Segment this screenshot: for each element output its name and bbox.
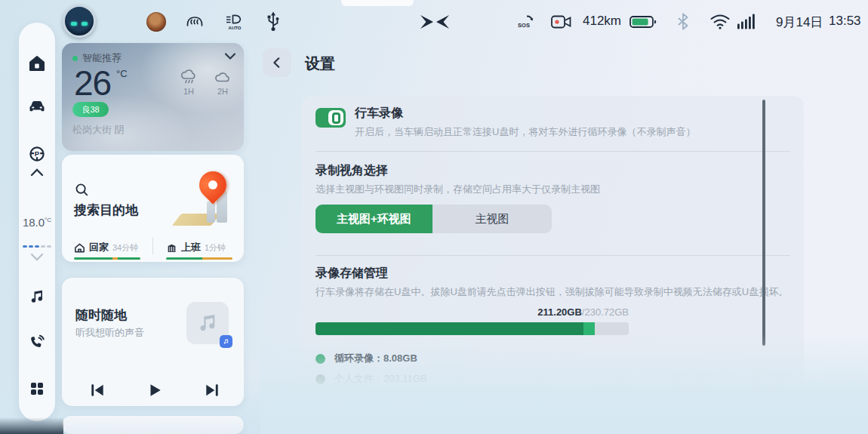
air-quality-badge: 良38	[72, 102, 109, 117]
svg-text:AUTO: AUTO	[229, 26, 242, 30]
music-subtitle: 听我想听的声音	[75, 326, 144, 340]
section-divider	[315, 255, 790, 256]
next-track-button[interactable]	[204, 382, 220, 399]
cloud-icon	[214, 69, 232, 87]
cabin-temperature[interactable]: 18.0°C	[19, 216, 55, 229]
music-app-badge	[220, 335, 232, 348]
driving-record-toggle[interactable]	[315, 108, 346, 128]
apps-grid-icon[interactable]	[28, 380, 46, 398]
view-select-title: 录制视角选择	[315, 163, 388, 179]
dock-sidebar: P 18.0°C	[19, 23, 55, 421]
camera-recording-icon[interactable]	[550, 14, 573, 30]
chevron-down-icon[interactable]	[29, 252, 45, 263]
forecast-1h: 1H	[177, 69, 200, 96]
top-handle-pill	[341, 0, 414, 6]
vehicle-icon[interactable]	[28, 97, 46, 115]
storage-usage-label: 211.20GB/230.72GB	[315, 306, 629, 318]
bluetooth-icon[interactable]	[677, 12, 689, 31]
user-avatar[interactable]	[146, 12, 166, 32]
shortcut-home[interactable]: 回家 34分钟	[74, 241, 138, 254]
section-divider	[315, 151, 790, 152]
auto-headlight-icon[interactable]: AUTO	[224, 11, 245, 31]
ai-assistant-avatar[interactable]	[63, 5, 96, 38]
usb-icon[interactable]	[264, 10, 282, 32]
previous-track-button[interactable]	[89, 382, 106, 399]
page-title: 设置	[305, 54, 335, 74]
legend-personal-files: 个人文件：203.11GB	[315, 372, 427, 386]
music-note-icon	[195, 311, 220, 335]
search-destination-label[interactable]: 搜索目的地	[74, 202, 138, 219]
settings-scrollbar[interactable]	[762, 100, 765, 346]
navigation-widget[interactable]: 搜索目的地 回家 34分钟 上班 1分钟	[62, 155, 244, 262]
music-icon[interactable]	[28, 288, 46, 306]
weather-widget[interactable]: 智能推荐 26 °C 1H 2H 良38 松岗大街 阴	[62, 43, 244, 151]
temperature-unit: °C	[116, 68, 128, 79]
chevron-up-icon[interactable]	[29, 167, 45, 177]
bottom-left-shadow	[0, 417, 63, 434]
home-icon[interactable]	[28, 54, 46, 72]
music-title: 随时随地	[75, 306, 127, 324]
option-main-plus-surround[interactable]: 主视图+环视图	[315, 205, 432, 233]
next-widget-peek[interactable]	[62, 416, 244, 434]
option-main-only[interactable]: 主视图	[432, 205, 552, 233]
work-eta-bar	[166, 257, 232, 260]
play-button[interactable]	[146, 382, 163, 399]
back-button[interactable]	[263, 48, 291, 77]
office-small-icon	[166, 242, 177, 254]
weather-location: 松岗大街 阴	[72, 123, 125, 137]
defrost-icon[interactable]	[185, 11, 205, 31]
home-small-icon	[74, 242, 85, 254]
view-segmented-control: 主视图+环视图 主视图	[315, 205, 552, 233]
legend-dot-faded	[315, 374, 325, 384]
mode-dot	[72, 56, 78, 61]
fan-speed-indicator[interactable]	[23, 245, 51, 248]
legend-dot-green	[315, 354, 325, 364]
parking-assist-icon[interactable]: P	[28, 145, 46, 163]
range-value: 412km	[583, 14, 621, 29]
view-select-desc: 选择主视图与环视图同时录制，存储空间占用率大于仅录制主视图	[315, 183, 600, 196]
signal-strength-icon	[737, 14, 757, 29]
album-art-placeholder[interactable]	[186, 302, 229, 344]
svg-text:SOS: SOS	[518, 22, 530, 29]
storage-desc: 行车录像将存储在U盘中。拔除U盘前请先点击弹出按钮，强制拔除可能导致录制中视频无…	[315, 285, 788, 299]
status-date: 9月14日	[776, 14, 823, 31]
home-eta-bar	[74, 257, 140, 260]
storage-total: /230.72GB	[582, 306, 629, 318]
brand-x-logo	[420, 14, 450, 30]
shortcut-divider	[152, 238, 153, 254]
recording-desc: 开启后，当车辆启动且正常连接U盘时，将对车外进行循环录像（不录制声音）	[355, 125, 695, 139]
car-infotainment-screen: AUTO SOS 412km	[0, 0, 868, 434]
rain-icon	[180, 69, 198, 87]
storage-used: 211.20GB	[537, 306, 582, 318]
search-icon	[74, 182, 89, 197]
music-widget[interactable]: 随时随地 听我想听的声音	[62, 278, 244, 406]
svg-text:P: P	[35, 149, 40, 158]
recording-title: 行车录像	[355, 106, 403, 122]
storage-progress-bar	[315, 322, 629, 335]
battery-icon	[629, 15, 657, 29]
settings-card: 行车录像 开启后，当车辆启动且正常连接U盘时，将对车外进行循环录像（不录制声音）…	[302, 96, 804, 395]
storage-title: 录像存储管理	[315, 266, 388, 282]
wifi-icon[interactable]	[709, 13, 731, 30]
shortcut-work[interactable]: 上班 1分钟	[166, 241, 226, 254]
music-note-icon	[223, 338, 229, 345]
sos-icon[interactable]: SOS	[516, 11, 537, 32]
forecast-2h: 2H	[211, 69, 234, 96]
status-time: 13:53	[829, 14, 861, 29]
building-shape	[207, 202, 215, 223]
legend-loop-recording: 循环录像：8.08GB	[315, 352, 417, 365]
weather-collapse-icon[interactable]	[224, 52, 236, 60]
current-temperature: 26	[74, 63, 111, 103]
chevron-left-icon	[270, 56, 284, 69]
phone-icon[interactable]	[28, 334, 46, 352]
